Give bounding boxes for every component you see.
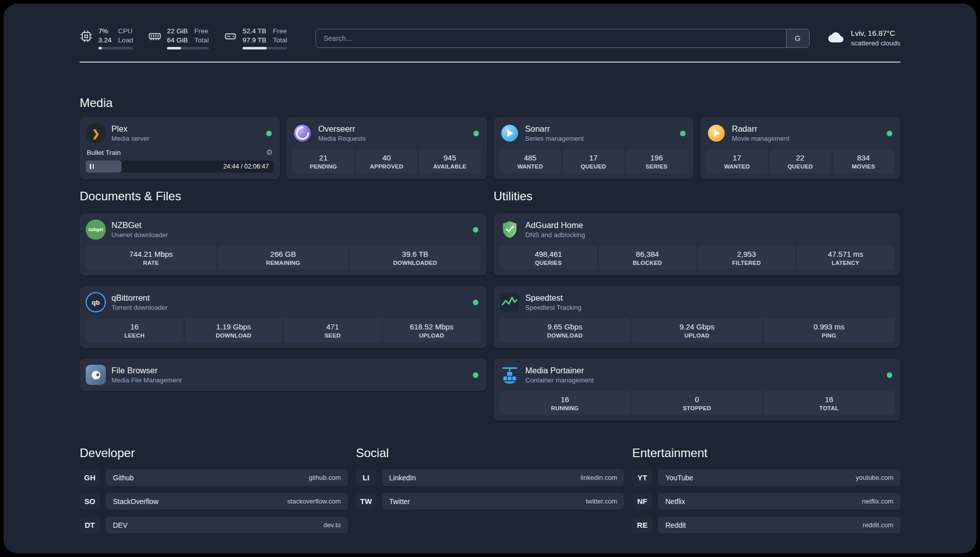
app-name: Overseerr (318, 124, 467, 134)
stat-value: 22 (771, 153, 829, 162)
stat-label: STOPPED (633, 405, 761, 411)
bookmark-link-netflix[interactable]: Netflix netflix.com (658, 493, 900, 510)
app-subtitle: Speedtest Tracking (525, 304, 894, 311)
gear-icon[interactable]: ⚙ (266, 148, 273, 157)
app-title-group: qBittorrent Torrent downloader (111, 293, 467, 311)
app-name: Media Portainer (525, 366, 881, 375)
card-header: qb qBittorrent Torrent downloader (86, 292, 480, 312)
stat-upload: 9.24 Gbps UPLOAD (632, 318, 762, 342)
stat-label: LEECH (87, 332, 182, 339)
bookmark-name: YouTube (665, 474, 693, 482)
stat-value: 9.24 Gbps (633, 322, 761, 331)
qbittorrent-icon: qb (86, 292, 106, 312)
bookmark-link-linkedin[interactable]: LinkedIn linkedin.com (382, 469, 624, 486)
stat-stopped: 0 STOPPED (632, 391, 762, 415)
stat-value: 834 (834, 153, 893, 162)
app-subtitle: Torrent downloader (111, 304, 467, 311)
pause-icon[interactable] (90, 164, 94, 169)
app-title-group: AdGuard Home DNS and adblocking (525, 220, 894, 239)
bookmark-link-twitter[interactable]: Twitter twitter.com (382, 493, 624, 510)
stat-value: 9.65 Gbps (501, 322, 629, 331)
stat-seed: 471 SEED (284, 318, 382, 342)
sonarr-icon (500, 123, 520, 143)
card-header: ❯ Plex Media server (86, 123, 274, 143)
app-name: NZBGet (111, 220, 467, 230)
stat-label: UPLOAD (633, 332, 761, 339)
app-card-radarr[interactable]: Radarr Movie management 17 WANTED 22 QUE… (700, 117, 900, 179)
dev-abbr-icon: DT (80, 517, 100, 533)
stats-row: 485 WANTED 17 QUEUED 196 SERIES (500, 149, 688, 173)
stat-queued: 22 QUEUED (769, 149, 831, 173)
playback-progress-bar[interactable]: 24:44 / 02:06:47 (86, 160, 274, 173)
app-title-group: NZBGet Usenet downloader (111, 220, 467, 239)
ram-free-value: 22 GiB (167, 27, 188, 36)
ram-free-label: Free (195, 27, 209, 36)
app-card-plex[interactable]: ❯ Plex Media server Bullet Train ⚙ (80, 117, 280, 179)
stat-upload: 618.52 Mbps UPLOAD (383, 318, 481, 342)
app-subtitle: Series management (525, 135, 675, 142)
bookmark-link-stackoverflow[interactable]: StackOverflow stackoverflow.com (106, 493, 348, 510)
stat-label: BLOCKED (600, 260, 695, 266)
stat-label: UPLOAD (385, 332, 479, 339)
stat-value: 16 (501, 395, 629, 404)
bookmark-name: Netflix (665, 497, 685, 506)
stat-download: 9.65 Gbps DOWNLOAD (500, 318, 630, 342)
app-name: Sonarr (525, 124, 675, 134)
stat-download: 1.19 Gbps DOWNLOAD (185, 318, 283, 342)
portainer-crane-icon (500, 365, 520, 385)
stat-value: 2,953 (699, 250, 794, 258)
bookmark-url: dev.to (324, 521, 341, 529)
stats-row: 744.21 Mbps RATE 266 GB REMAINING 39.6 T… (86, 246, 480, 269)
app-card-overseerr[interactable]: Overseerr Media Requests 21 PENDING 40 A… (286, 117, 486, 179)
card-header: nzbget NZBGet Usenet downloader (86, 219, 480, 240)
search-input[interactable] (316, 29, 786, 47)
bookmark-link-github[interactable]: Github github.com (106, 469, 348, 486)
stat-value: 471 (285, 322, 380, 331)
app-title-group: File Browser Media File Management (111, 366, 467, 384)
weather-condition: scattered clouds (851, 39, 900, 48)
app-card-filebrowser[interactable]: File Browser Media File Management (80, 359, 486, 391)
bookmark-link-reddit[interactable]: Reddit reddit.com (658, 517, 900, 533)
stat-label: QUERIES (501, 260, 596, 266)
app-card-nzbget[interactable]: nzbget NZBGet Usenet downloader 744.21 M… (80, 213, 486, 275)
app-title-group: Media Portainer Container management (525, 366, 881, 384)
bookmark-url: stackoverflow.com (287, 497, 341, 505)
stats-row: 16 RUNNING 0 STOPPED 16 TOTAL (500, 391, 894, 415)
app-name: File Browser (111, 366, 467, 375)
stat-value: 485 (501, 153, 560, 162)
app-card-qbittorrent[interactable]: qb qBittorrent Torrent downloader 16 LEE… (80, 286, 486, 348)
cpu-widget: 7% 3.24 CPU Load (80, 27, 133, 49)
search-engine-button[interactable]: G (786, 29, 809, 47)
app-name: AdGuard Home (525, 220, 894, 230)
bookmark-url: twitter.com (586, 497, 617, 505)
stat-value: 266 GB (219, 250, 347, 258)
status-dot (473, 227, 478, 233)
app-card-portainer[interactable]: Media Portainer Container management 16 … (494, 359, 900, 421)
media-grid: ❯ Plex Media server Bullet Train ⚙ (80, 117, 900, 179)
topbar-divider (80, 62, 900, 63)
stats-row: 498,461 QUERIES 86,384 BLOCKED 2,953 FIL… (500, 246, 894, 269)
section-title-media: Media (80, 96, 900, 110)
bookmark-name: DEV (113, 521, 128, 529)
stat-value: 40 (357, 153, 416, 162)
overseerr-icon (292, 123, 313, 143)
stat-label: RATE (87, 260, 215, 266)
stat-label: FILTERED (699, 260, 794, 266)
stat-label: SEED (285, 332, 380, 339)
search-bar: G (316, 29, 810, 48)
disk-free-label: Free (273, 27, 287, 36)
stat-value: 618.52 Mbps (385, 322, 479, 331)
app-card-speedtest[interactable]: Speedtest Speedtest Tracking 9.65 Gbps D… (494, 286, 900, 348)
app-card-sonarr[interactable]: Sonarr Series management 485 WANTED 17 Q… (494, 117, 694, 179)
stat-ping: 0.993 ms PING (764, 318, 894, 342)
app-card-adguard[interactable]: AdGuard Home DNS and adblocking 498,461 … (494, 213, 900, 275)
bookmark-link-youtube[interactable]: YouTube youtube.com (658, 469, 900, 486)
stat-label: TOTAL (765, 405, 893, 411)
app-subtitle: Movie management (732, 135, 881, 142)
stat-value: 0 (633, 395, 761, 404)
top-bar: 7% 3.24 CPU Load (80, 27, 900, 49)
memory-icon (148, 30, 161, 43)
bookmark-link-dev[interactable]: DEV dev.to (106, 517, 348, 533)
bookmark-row-stackoverflow: SO StackOverflow stackoverflow.com (80, 493, 348, 510)
status-dot (473, 372, 478, 378)
